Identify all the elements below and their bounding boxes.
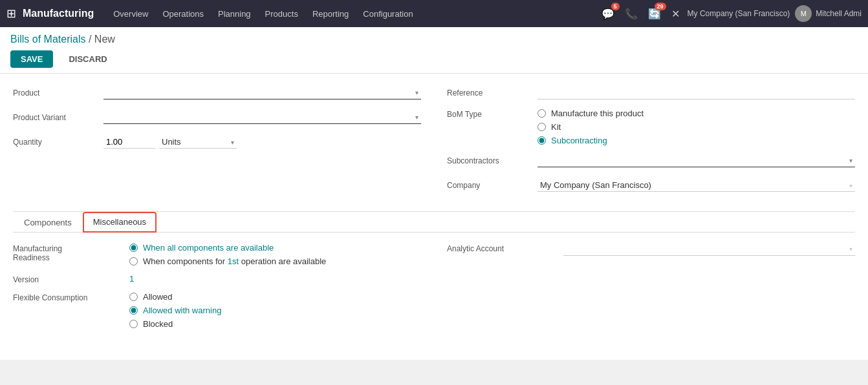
readiness-all: When all components are available — [129, 243, 326, 253]
units-select-wrapper: Units kg g L — [159, 136, 237, 149]
breadcrumb: Bills of Materials / New — [10, 34, 858, 45]
tab-components[interactable]: Components — [13, 212, 83, 233]
subcontractors-label: Subcontractors — [447, 156, 537, 165]
variant-dropdown-icon: ▾ — [415, 114, 421, 121]
user-name: Mitchell Admi — [816, 9, 862, 18]
tab-miscellaneous[interactable]: Miscellaneous — [83, 212, 157, 233]
nav-configuration[interactable]: Configuration — [356, 5, 419, 23]
consumption-allowed: Allowed — [129, 292, 221, 302]
flexible-consumption-row: Flexible Consumption Allowed Allowed wit… — [13, 292, 421, 329]
consumption-blocked-label[interactable]: Blocked — [143, 319, 173, 329]
nav-overview[interactable]: Overview — [107, 5, 155, 23]
nav-menu: Overview Operations Planning Products Re… — [107, 5, 596, 23]
quantity-row: Quantity Units kg g L — [13, 133, 421, 151]
app-brand: Manufacturing — [23, 8, 94, 19]
reference-label: Reference — [447, 88, 537, 98]
company-label: Company — [447, 181, 537, 190]
company-row: Company — [447, 176, 855, 194]
nav-right: 💬 5 📞 🔄 29 ✕ My Company (San Francisco) … — [599, 5, 862, 23]
user-info: M Mitchell Admi — [795, 5, 862, 22]
analytic-account-input[interactable] — [563, 243, 855, 255]
consumption-allowed-radio[interactable] — [129, 293, 138, 301]
action-buttons: SAVE DISCARD — [10, 50, 858, 73]
bom-type-manufacture: Manufacture this product — [537, 109, 644, 118]
readiness-options: When all components are available When c… — [129, 243, 326, 266]
activity-badge: 29 — [655, 3, 666, 10]
bom-type-kit-label[interactable]: Kit — [551, 122, 561, 132]
misc-form: Manufacturing Readiness When all compone… — [13, 243, 855, 337]
bom-type-subcontracting: Subcontracting — [537, 136, 644, 145]
readiness-first-radio[interactable] — [129, 257, 138, 265]
product-variant-row: Product Variant ▾ — [13, 109, 421, 127]
bom-type-subcontracting-radio[interactable] — [537, 136, 546, 145]
bom-type-subcontracting-label[interactable]: Subcontracting — [551, 136, 607, 145]
bom-type-kit: Kit — [537, 122, 644, 132]
bom-type-group: Manufacture this product Kit Subcontract… — [537, 109, 644, 145]
discard-button[interactable]: DISCARD — [58, 50, 117, 68]
tabs-bar: Components Miscellaneous — [13, 212, 855, 233]
save-button[interactable]: SAVE — [10, 50, 53, 68]
bom-type-kit-radio[interactable] — [537, 123, 546, 131]
product-field: ▾ — [103, 87, 421, 99]
nav-planning[interactable]: Planning — [212, 5, 257, 23]
nav-reporting[interactable]: Reporting — [306, 5, 355, 23]
reference-row: Reference — [447, 84, 855, 102]
readiness-all-label[interactable]: When all components are available — [143, 243, 274, 253]
misc-left: Manufacturing Readiness When all compone… — [13, 243, 421, 337]
bom-type-manufacture-label[interactable]: Manufacture this product — [551, 109, 644, 118]
product-variant-input[interactable] — [103, 111, 415, 123]
consumption-blocked: Blocked — [129, 319, 221, 329]
nav-operations[interactable]: Operations — [156, 5, 210, 23]
readiness-first-label[interactable]: When components for 1st operation are av… — [143, 256, 326, 266]
breadcrumb-page: New — [94, 34, 115, 45]
manufacturing-readiness-label: Manufacturing Readiness — [13, 243, 129, 262]
company-input[interactable] — [537, 179, 855, 192]
nav-products[interactable]: Products — [259, 5, 305, 23]
apps-icon[interactable]: ⊞ — [6, 6, 16, 21]
reference-input[interactable] — [537, 87, 855, 99]
flexible-consumption-options: Allowed Allowed with warning Blocked — [129, 292, 221, 329]
form-right: Reference BoM Type Manufacture this prod… — [447, 84, 855, 201]
readiness-all-radio[interactable] — [129, 244, 138, 252]
form-section: Product ▾ Product Variant ▾ Quantity — [13, 74, 855, 201]
product-input[interactable] — [103, 87, 415, 99]
subcontractors-field: ▾ — [537, 154, 855, 167]
chat-icon[interactable]: 💬 5 — [599, 5, 617, 23]
content-card: Product ▾ Product Variant ▾ Quantity — [0, 74, 868, 360]
company-name: My Company (San Francisco) — [688, 9, 790, 18]
bom-type-manufacture-radio[interactable] — [537, 109, 546, 118]
page-wrapper: Product ▾ Product Variant ▾ Quantity — [0, 74, 868, 385]
consumption-allowed-warning-radio[interactable] — [129, 306, 138, 315]
misc-right: Analytic Account ▾ — [447, 243, 855, 337]
breadcrumb-separator: / — [85, 34, 94, 45]
readiness-first: When components for 1st operation are av… — [129, 256, 326, 266]
subcontractors-row: Subcontractors ▾ — [447, 152, 855, 170]
consumption-allowed-label[interactable]: Allowed — [143, 292, 173, 302]
subcontractors-dropdown-icon: ▾ — [849, 157, 855, 164]
analytic-account-field: ▾ — [563, 243, 855, 256]
subcontractors-input[interactable] — [537, 154, 849, 167]
quantity-input[interactable] — [103, 136, 155, 149]
consumption-allowed-warning-label[interactable]: Allowed with warning — [143, 306, 221, 315]
flexible-consumption-label: Flexible Consumption — [13, 292, 129, 302]
phone-icon[interactable]: 📞 — [622, 5, 640, 23]
quantity-label: Quantity — [13, 138, 103, 147]
analytic-account-label: Analytic Account — [447, 243, 563, 253]
product-dropdown-icon: ▾ — [415, 89, 421, 96]
breadcrumb-section[interactable]: Bills of Materials — [10, 34, 85, 45]
form-left: Product ▾ Product Variant ▾ Quantity — [13, 84, 421, 201]
top-nav: ⊞ Manufacturing Overview Operations Plan… — [0, 0, 868, 27]
product-label: Product — [13, 88, 103, 98]
tabs-container: Components Miscellaneous Manufacturing R… — [13, 211, 855, 347]
consumption-blocked-radio[interactable] — [129, 320, 138, 328]
quantity-field: Units kg g L — [103, 136, 421, 149]
close-icon[interactable]: ✕ — [669, 5, 682, 23]
manufacturing-readiness-row: Manufacturing Readiness When all compone… — [13, 243, 421, 266]
product-variant-label: Product Variant — [13, 113, 103, 122]
activity-icon[interactable]: 🔄 29 — [646, 5, 664, 23]
version-value: 1 — [129, 274, 134, 284]
version-row: Version 1 — [13, 274, 421, 284]
product-row: Product ▾ — [13, 84, 421, 102]
bom-type-row: BoM Type Manufacture this product Kit — [447, 109, 855, 145]
units-select[interactable]: Units kg g L — [159, 136, 237, 149]
